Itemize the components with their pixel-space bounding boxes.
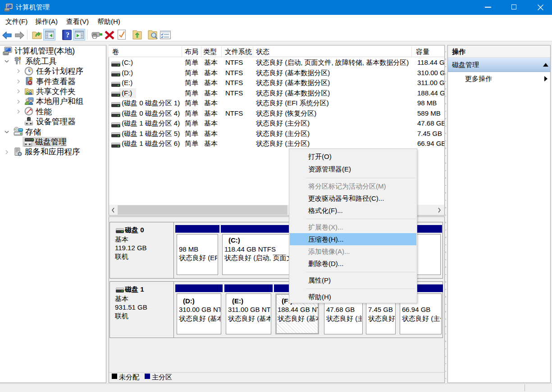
svg-text:?: ? [66, 31, 69, 39]
